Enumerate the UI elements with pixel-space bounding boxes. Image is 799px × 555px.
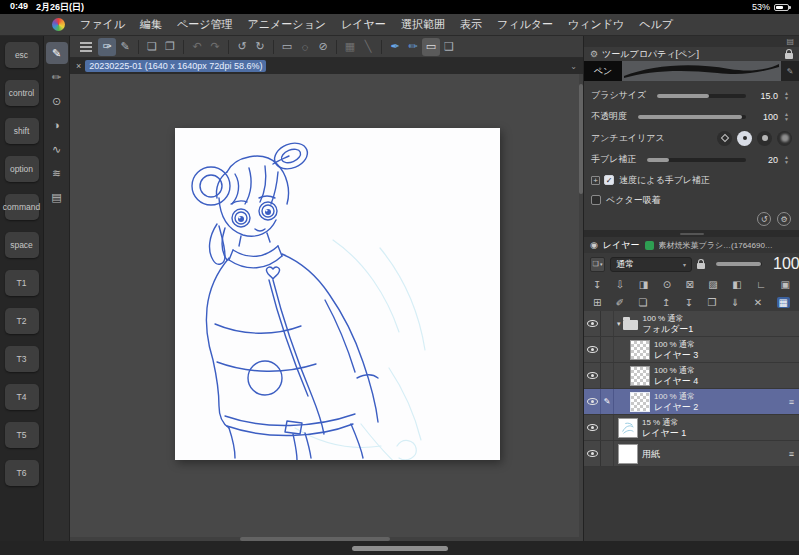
property-settings-icon[interactable]: ⚙ <box>777 212 791 226</box>
select-lasso-icon[interactable]: ◌ <box>296 38 314 56</box>
redo-icon[interactable]: ↷ <box>206 38 224 56</box>
layer-row-paper[interactable]: 用紙 ≡ <box>584 441 799 467</box>
canvas-viewport[interactable] <box>70 74 583 541</box>
eye-icon[interactable] <box>587 320 598 327</box>
deselect-icon[interactable]: ⊘ <box>314 38 332 56</box>
speed-stabilization-checkbox[interactable]: ✓ <box>604 175 614 185</box>
layer-row-2-selected[interactable]: ✎ 100 % 通常 レイヤー 2 ≡ <box>584 389 799 415</box>
lock-icon[interactable] <box>785 53 793 59</box>
transfer-down-icon[interactable]: ↧ <box>593 279 601 290</box>
row-menu-icon[interactable]: ≡ <box>789 397 794 407</box>
antialias-none-button[interactable] <box>717 131 732 146</box>
menu-window[interactable]: ウィンドウ <box>568 17 624 32</box>
main-menu-icon[interactable] <box>80 42 92 52</box>
edit-target-cell[interactable] <box>601 311 614 336</box>
visibility-cell[interactable] <box>584 363 601 388</box>
edit-target-cell[interactable]: ✎ <box>601 389 614 414</box>
menu-edit[interactable]: 編集 <box>140 17 162 32</box>
new-raster-layer-icon[interactable]: ⊞ <box>593 297 601 308</box>
brush-tool-icon[interactable]: ✏ <box>46 66 68 88</box>
ruler-layer-icon[interactable]: ∟ <box>756 279 766 290</box>
eye-icon[interactable] <box>587 450 598 457</box>
grid-icon[interactable]: ▦ <box>341 38 359 56</box>
home-indicator[interactable] <box>352 546 448 551</box>
straight-line-icon[interactable]: ╲ <box>359 38 377 56</box>
move-up-icon[interactable]: ↥ <box>662 297 670 308</box>
airbrush-tool-icon[interactable]: ⊙ <box>46 90 68 112</box>
layer-name[interactable]: フォルダー1 <box>643 324 694 334</box>
brush-size-stepper[interactable]: ▲▼ <box>781 91 792 101</box>
menu-file[interactable]: ファイル <box>80 17 125 32</box>
brush-size-slider[interactable] <box>657 94 746 98</box>
eye-icon[interactable] <box>587 372 598 379</box>
pen-tool-icon[interactable]: ✎ <box>46 42 68 64</box>
blend-mode-select[interactable]: 通常 ▾ <box>610 257 692 272</box>
visibility-cell[interactable] <box>584 441 601 466</box>
app-logo-icon[interactable] <box>52 18 65 31</box>
expression-color-button[interactable]: ❏▾ <box>590 257 605 272</box>
layer-row-folder[interactable]: ▾ 100 % 通常 フォルダー1 <box>584 311 799 337</box>
tab-close-icon[interactable]: × <box>76 61 81 71</box>
menu-page[interactable]: ページ管理 <box>177 17 233 32</box>
antialias-strong-button[interactable] <box>777 131 792 146</box>
reset-view-icon[interactable]: ↺ <box>233 38 251 56</box>
eye-icon[interactable] <box>587 398 598 405</box>
reference-layer-icon[interactable]: ⊙ <box>663 279 671 290</box>
layer-palette-icon[interactable]: ▦ <box>777 297 790 308</box>
color-window-icon[interactable]: ❑ <box>440 38 458 56</box>
layer-row-4[interactable]: 100 % 通常 レイヤー 4 <box>584 363 799 389</box>
folder-twisty-icon[interactable]: ▾ <box>617 320 621 328</box>
opacity-stepper[interactable]: ▲▼ <box>781 112 792 122</box>
new-folder-icon[interactable]: ❏ <box>639 297 648 308</box>
pencil-subtool-icon[interactable]: ✎ <box>116 38 134 56</box>
select-rect-icon[interactable]: ▭ <box>278 38 296 56</box>
edit-target-cell[interactable] <box>601 363 614 388</box>
panel-menu-icon[interactable]: ▤ <box>786 37 794 46</box>
layers-title[interactable]: レイヤー <box>603 239 640 252</box>
lock-transparency-icon[interactable]: ▨ <box>708 279 717 290</box>
menu-help[interactable]: ヘルプ <box>639 17 673 32</box>
key-t6[interactable]: T6 <box>5 460 39 486</box>
stabilization-slider[interactable] <box>647 158 746 162</box>
layer-row-1[interactable]: 15 % 通常 レイヤー 1 <box>584 415 799 441</box>
blue-pen-icon[interactable]: ✒ <box>386 38 404 56</box>
merge-layer-icon[interactable]: ⇓ <box>731 297 739 308</box>
key-t4[interactable]: T4 <box>5 384 39 410</box>
menu-view[interactable]: 表示 <box>460 17 482 32</box>
key-control[interactable]: control <box>5 80 39 106</box>
layer-name[interactable]: レイヤー 1 <box>642 428 686 438</box>
undo-icon[interactable]: ↶ <box>188 38 206 56</box>
enable-mask-icon[interactable]: ◧ <box>732 279 741 290</box>
layer-color-icon[interactable]: ▣ <box>780 279 789 290</box>
panel-divider[interactable] <box>584 230 799 237</box>
edit-target-cell[interactable] <box>601 441 614 466</box>
lock-layer-icon[interactable]: ⊠ <box>686 279 694 290</box>
menu-layer[interactable]: レイヤー <box>341 17 386 32</box>
open-file-icon[interactable]: ❐ <box>161 38 179 56</box>
move-down-icon[interactable]: ↧ <box>685 297 693 308</box>
subtool-pen-icon[interactable]: ✎ <box>781 61 799 81</box>
tab-list-chevron-icon[interactable]: ⌄ <box>570 62 577 71</box>
blend-tool-icon[interactable]: ◑ <box>46 114 68 136</box>
menu-selection[interactable]: 選択範囲 <box>401 17 445 32</box>
expander-icon[interactable]: + <box>591 176 600 185</box>
row-menu-icon[interactable]: ≡ <box>789 449 794 459</box>
layer-row-3[interactable]: 100 % 通常 レイヤー 3 <box>584 337 799 363</box>
visibility-cell[interactable] <box>584 337 601 362</box>
canvas[interactable] <box>175 128 500 460</box>
key-command[interactable]: command <box>5 194 39 220</box>
antialias-weak-button[interactable] <box>737 131 752 146</box>
menu-animation[interactable]: アニメーション <box>248 17 327 32</box>
visibility-cell[interactable] <box>584 389 601 414</box>
layer-opacity-slider[interactable] <box>716 262 762 266</box>
edit-target-cell[interactable] <box>601 415 614 440</box>
stabilization-stepper[interactable]: ▲▼ <box>781 155 792 165</box>
key-shift[interactable]: shift <box>5 118 39 144</box>
key-esc[interactable]: esc <box>5 42 39 68</box>
key-t1[interactable]: T1 <box>5 270 39 296</box>
key-t5[interactable]: T5 <box>5 422 39 448</box>
antialias-medium-button[interactable] <box>757 131 772 146</box>
duplicate-layer-icon[interactable]: ❐ <box>708 297 717 308</box>
document-tab[interactable]: 20230225-01 (1640 x 1640px 72dpi 58.6%) <box>85 60 266 72</box>
visibility-cell[interactable] <box>584 415 601 440</box>
